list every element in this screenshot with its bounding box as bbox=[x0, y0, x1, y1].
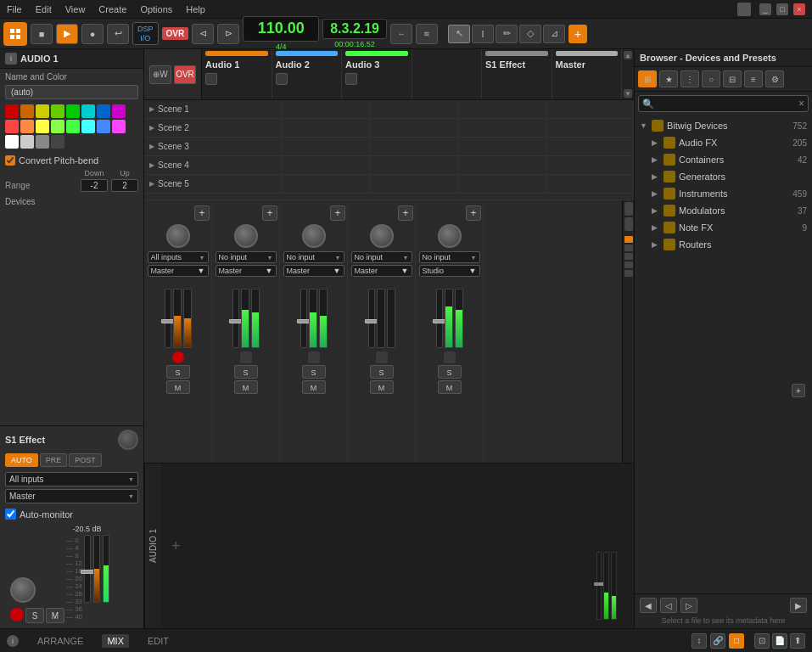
close-button[interactable]: × bbox=[793, 3, 805, 15]
tree-item-routers[interactable]: ▶ Routers bbox=[648, 236, 810, 253]
color-cell[interactable] bbox=[36, 120, 49, 133]
footer-back-btn[interactable]: ◀ bbox=[640, 598, 657, 613]
minimize-button[interactable]: _ bbox=[759, 3, 771, 15]
scene-cell-1-0[interactable] bbox=[195, 119, 283, 138]
rec-indicator[interactable] bbox=[10, 608, 24, 621]
tree-item-note-fx[interactable]: ▶ Note FX 9 bbox=[648, 219, 810, 236]
menu-help[interactable]: Help bbox=[186, 4, 205, 14]
scene-cell-4-2[interactable] bbox=[371, 175, 458, 194]
select-tool-button[interactable]: ↖ bbox=[448, 25, 470, 43]
channel-input-3[interactable]: No input ▼ bbox=[351, 251, 412, 263]
browser-devices-btn[interactable]: ⊞ bbox=[638, 70, 657, 87]
track-control-routing[interactable]: ⊕W bbox=[149, 65, 171, 84]
tree-item-modulators[interactable]: ▶ Modulators 37 bbox=[648, 202, 810, 219]
scene-trigger-btn-4[interactable]: ▶ Scene 5 bbox=[144, 179, 195, 188]
color-cell[interactable] bbox=[5, 135, 19, 149]
color-cell[interactable] bbox=[112, 120, 126, 133]
info-icon[interactable]: i bbox=[7, 635, 19, 647]
view-icon[interactable]: □ bbox=[729, 633, 744, 649]
channel-fader-0[interactable] bbox=[165, 289, 171, 348]
channel-output-0[interactable]: Master ▼ bbox=[148, 265, 209, 277]
scene-trigger-btn-3[interactable]: ▶ Scene 4 bbox=[144, 160, 195, 170]
link-icon[interactable]: 🔗 bbox=[710, 633, 725, 649]
volume-knob[interactable] bbox=[10, 577, 36, 603]
scene-cell-3-4[interactable] bbox=[546, 156, 634, 175]
mix-view-btn1[interactable] bbox=[624, 236, 633, 243]
mix-view-btn3[interactable] bbox=[624, 253, 633, 260]
output-select[interactable]: Master ▼ bbox=[5, 489, 138, 503]
search-input[interactable] bbox=[658, 98, 798, 109]
tree-item-generators[interactable]: ▶ Generators bbox=[648, 168, 810, 185]
channel-output-3[interactable]: Master ▼ bbox=[351, 265, 412, 277]
channel-add-btn-1[interactable]: + bbox=[262, 205, 277, 221]
channel-knob-4[interactable] bbox=[438, 224, 462, 248]
channel-knob-1[interactable] bbox=[234, 224, 258, 248]
search-clear-button[interactable]: × bbox=[798, 98, 804, 110]
extra-icon-2[interactable]: 📄 bbox=[772, 633, 787, 649]
channel-output-4[interactable]: Studio ▼ bbox=[419, 265, 480, 277]
auto-monitor-checkbox[interactable] bbox=[5, 509, 16, 520]
color-cell[interactable] bbox=[66, 120, 80, 133]
browser-settings-btn[interactable]: ⚙ bbox=[765, 70, 784, 87]
footer-prev-btn[interactable]: ◁ bbox=[660, 598, 677, 613]
color-cell[interactable] bbox=[51, 135, 64, 149]
scene-cell-4-4[interactable] bbox=[546, 175, 634, 194]
scene-cell-3-3[interactable] bbox=[458, 156, 546, 175]
browser-filter-btn[interactable]: ★ bbox=[659, 70, 678, 87]
channel-solo-btn-4[interactable]: S bbox=[438, 365, 462, 379]
menu-create[interactable]: Create bbox=[98, 4, 126, 14]
channel-add-btn-0[interactable]: + bbox=[194, 205, 210, 221]
mix-view-btn2[interactable] bbox=[624, 244, 633, 251]
color-cell[interactable] bbox=[81, 120, 95, 133]
tempo-display[interactable]: 110.00 bbox=[243, 16, 319, 41]
extra-icon-1[interactable]: ⊡ bbox=[754, 633, 770, 649]
effect-btn-3[interactable] bbox=[345, 73, 357, 85]
browser-circle-btn[interactable]: ○ bbox=[702, 70, 720, 87]
clip-canvas[interactable]: + bbox=[161, 464, 634, 628]
loop-button[interactable]: ↩ bbox=[107, 24, 129, 44]
play-button[interactable]: ▶ bbox=[56, 24, 78, 44]
range-up-value[interactable]: 2 bbox=[111, 179, 138, 192]
mix-scroll-down[interactable] bbox=[624, 217, 633, 231]
channel-mute-btn-1[interactable]: M bbox=[234, 380, 258, 394]
ovr-button[interactable]: OVR bbox=[162, 27, 189, 40]
mix-tab[interactable]: MIX bbox=[102, 634, 129, 648]
channel-input-4[interactable]: No input ▼ bbox=[419, 251, 480, 263]
scene-trigger-btn-2[interactable]: ▶ Scene 3 bbox=[144, 142, 195, 151]
add-track-button[interactable]: + bbox=[568, 25, 587, 43]
clip-fader-track[interactable] bbox=[596, 552, 602, 620]
sync-button[interactable]: ↔ bbox=[390, 24, 412, 44]
channel-add-btn-2[interactable]: + bbox=[330, 205, 345, 221]
scene-cell-3-1[interactable] bbox=[283, 156, 370, 175]
track-control-ovr[interactable]: OVR bbox=[174, 65, 196, 84]
color-cell[interactable] bbox=[20, 104, 34, 118]
scene-cell-0-0[interactable] bbox=[195, 100, 283, 119]
channel-mute-btn-3[interactable]: M bbox=[370, 380, 394, 394]
stop-button[interactable]: ■ bbox=[31, 24, 53, 44]
clip-add-icon[interactable]: + bbox=[171, 537, 181, 555]
mix-view-btn5[interactable] bbox=[624, 270, 633, 277]
color-cell[interactable] bbox=[51, 120, 64, 133]
color-cell[interactable] bbox=[81, 104, 95, 118]
scene-cell-1-2[interactable] bbox=[371, 119, 458, 138]
color-cell[interactable] bbox=[20, 120, 34, 133]
scene-cell-2-4[interactable] bbox=[546, 138, 634, 156]
arrange-tab[interactable]: ARRANGE bbox=[32, 634, 88, 648]
record-button[interactable]: ● bbox=[81, 24, 104, 44]
browser-list-btn[interactable]: ≡ bbox=[744, 70, 763, 87]
scene-cell-3-2[interactable] bbox=[371, 156, 458, 175]
channel-output-2[interactable]: Master ▼ bbox=[283, 265, 344, 277]
channel-knob-0[interactable] bbox=[166, 224, 190, 248]
scene-cell-2-1[interactable] bbox=[283, 138, 370, 156]
range-down-value[interactable]: -2 bbox=[81, 179, 108, 192]
channel-input-1[interactable]: No input ▼ bbox=[216, 251, 277, 263]
tree-item-instruments[interactable]: ▶ Instruments 459 bbox=[648, 185, 810, 202]
scene-cell-1-3[interactable] bbox=[458, 119, 546, 138]
menu-edit[interactable]: Edit bbox=[36, 4, 52, 14]
scroll-up-button[interactable]: ▲ bbox=[624, 51, 632, 59]
menu-view[interactable]: View bbox=[65, 4, 86, 14]
scene-cell-3-0[interactable] bbox=[195, 156, 283, 175]
channel-knob-2[interactable] bbox=[302, 224, 326, 248]
color-cell[interactable] bbox=[66, 104, 80, 118]
convert-pitch-bend-checkbox[interactable] bbox=[5, 155, 15, 166]
